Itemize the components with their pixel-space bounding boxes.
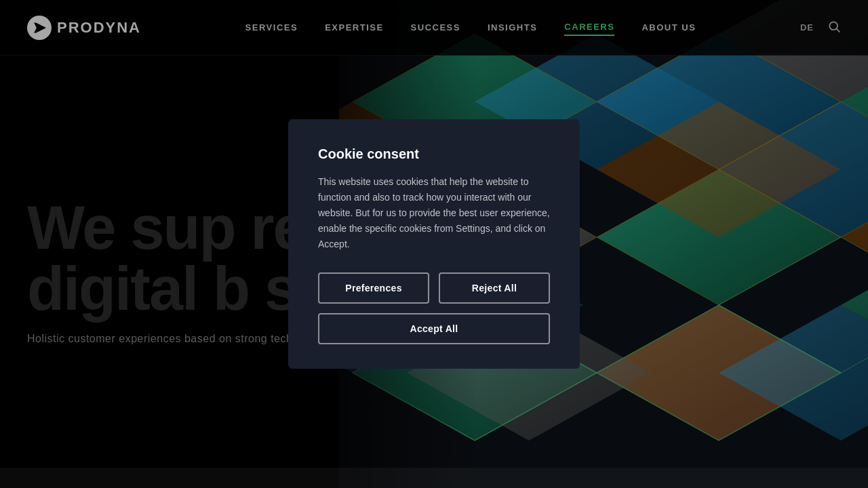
accept-all-button[interactable]: Accept All: [318, 313, 550, 344]
reject-all-button[interactable]: Reject All: [439, 272, 550, 304]
cookie-body: This website uses cookies that help the …: [318, 174, 550, 252]
cookie-modal: Cookie consent This website uses cookies…: [288, 119, 580, 369]
modal-overlay: Cookie consent This website uses cookies…: [0, 0, 868, 488]
preferences-button[interactable]: Preferences: [318, 272, 429, 304]
cookie-buttons: Preferences Reject All Accept All: [318, 272, 550, 344]
cookie-title: Cookie consent: [318, 146, 550, 162]
